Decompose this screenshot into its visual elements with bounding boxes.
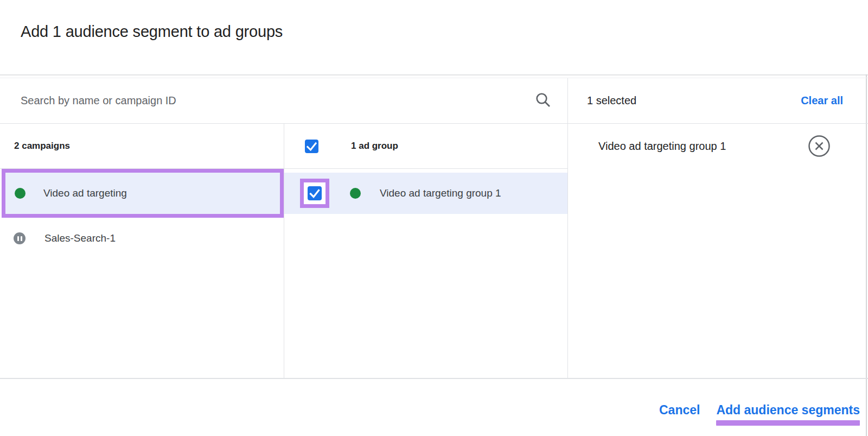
dialog-actions: Cancel Add audience segments	[659, 403, 860, 426]
adgroup-checkbox[interactable]	[308, 186, 322, 200]
cancel-button[interactable]: Cancel	[659, 403, 700, 418]
campaign-row-sales-search-1[interactable]: Sales-Search-1	[0, 218, 284, 259]
adgroup-row-video-ad-targeting-group-1[interactable]: Video ad targeting group 1	[284, 173, 567, 214]
selected-count: 1 selected	[587, 94, 636, 107]
selection-header: 1 selected Clear all	[568, 78, 868, 124]
selected-item: Video ad targeting group 1	[568, 124, 868, 157]
campaign-name: Sales-Search-1	[44, 232, 116, 244]
adgroups-header-label: 1 ad group	[351, 141, 398, 151]
selection-column: Video ad targeting group 1	[568, 124, 868, 378]
enabled-status-icon	[15, 188, 25, 199]
search-placeholder: Search by name or campaign ID	[21, 94, 176, 107]
annotation-underline	[716, 420, 860, 426]
paused-status-icon	[14, 232, 25, 244]
adgroup-name: Video ad targeting group 1	[380, 187, 501, 199]
header-divider	[0, 74, 868, 75]
campaign-row-video-ad-targeting[interactable]: Video ad targeting	[5, 173, 280, 214]
adgroups-column: 1 ad group Video ad targeting group 1	[284, 124, 568, 378]
annotation-highlight-campaign-row: Video ad targeting	[2, 169, 284, 218]
adgroups-header: 1 ad group	[284, 124, 567, 169]
search-input[interactable]: Search by name or campaign ID	[0, 78, 568, 124]
enabled-status-icon	[350, 188, 361, 199]
remove-selected-icon[interactable]	[808, 135, 831, 157]
search-icon[interactable]	[535, 92, 551, 110]
dialog-title: Add 1 audience segment to ad groups	[21, 23, 283, 41]
campaigns-header: 2 campaigns	[0, 124, 284, 169]
annotation-highlight-checkbox	[300, 179, 329, 208]
campaign-name: Video ad targeting	[43, 187, 127, 199]
select-all-adgroups-checkbox[interactable]	[305, 140, 318, 153]
campaigns-column: 2 campaigns Video ad targeting Sales-Sea…	[0, 124, 284, 378]
clear-all-link[interactable]: Clear all	[801, 94, 843, 107]
picker-panel: Search by name or campaign ID 1 selected…	[0, 78, 868, 379]
add-audience-segments-button[interactable]: Add audience segments	[716, 403, 860, 418]
selected-item-name: Video ad targeting group 1	[598, 140, 726, 153]
